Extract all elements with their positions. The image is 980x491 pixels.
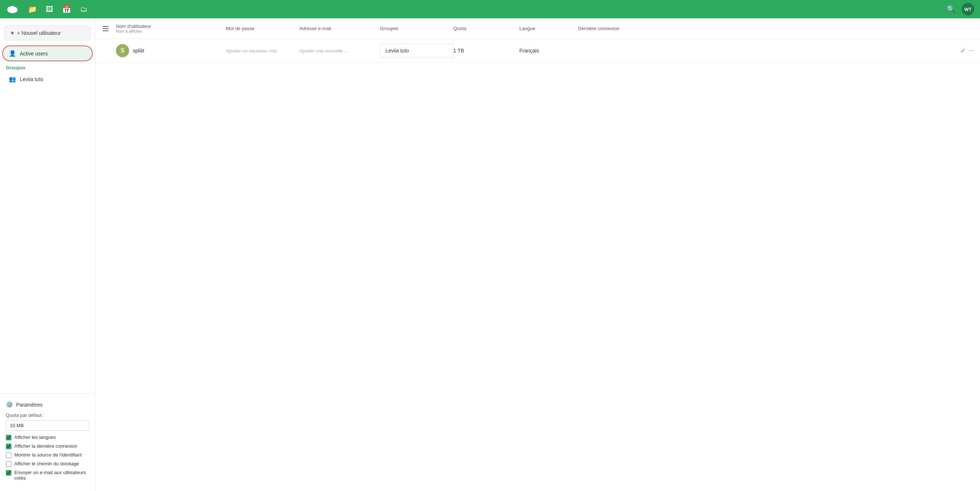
email-cell[interactable]: Ajouter une nouvelle ...	[299, 48, 380, 54]
person-icon: 👤	[9, 50, 16, 57]
topbar: 📁 🖼 📅 🗂 🔍 WT	[0, 0, 980, 18]
new-user-label: + Nouvel utilisateur	[17, 30, 60, 36]
more-options-icon[interactable]: ···	[969, 46, 974, 54]
deck-icon[interactable]: 🗂	[80, 5, 87, 14]
new-user-button[interactable]: + + Nouvel utilisateur	[5, 26, 91, 40]
groups-section-title: Groupes	[0, 61, 95, 73]
quota-default-label: Quota par défaut :	[6, 413, 89, 418]
sidebar-item-active-users[interactable]: 👤 Active users	[3, 46, 92, 61]
main-layout: + + Nouvel utilisateur 👤 Active users Gr…	[0, 18, 980, 491]
group-icon: 👥	[9, 76, 16, 83]
col-header-language: Langue	[519, 26, 578, 31]
topbar-right: 🔍 WT	[947, 3, 974, 15]
svg-point-3	[10, 6, 15, 10]
calendar-icon[interactable]: 📅	[62, 5, 71, 14]
search-icon[interactable]: 🔍	[947, 5, 956, 14]
password-cell[interactable]: Ajouter un nouveau mot	[226, 48, 299, 54]
checkbox-show-last-login[interactable]: Afficher la dernière connexion	[6, 443, 89, 449]
col-header-password: Mot de passe	[226, 26, 299, 31]
last-login-cell: ✓ ···	[578, 46, 974, 55]
col-header-groups: Groupes	[380, 26, 453, 31]
col-header-quota: Quota	[453, 26, 519, 31]
groups-cell[interactable]: Leviia tuto	[380, 44, 453, 57]
hamburger-menu[interactable]	[101, 25, 116, 33]
plus-icon: +	[11, 30, 14, 36]
sidebar: + + Nouvel utilisateur 👤 Active users Gr…	[0, 18, 95, 491]
topbar-left: 📁 🖼 📅 🗂	[6, 3, 87, 16]
files-icon[interactable]: 📁	[28, 5, 37, 14]
params-section: ⚙️ Paramètres Quota par défaut : Affiche…	[0, 398, 95, 486]
user-avatar[interactable]: WT	[962, 3, 974, 15]
col-header-last-login: Dernière connexion	[578, 26, 974, 31]
active-users-label: Active users	[20, 51, 48, 56]
groups-dropdown-item[interactable]: Leviia tuto	[380, 44, 453, 57]
gear-icon: ⚙️	[6, 401, 13, 408]
quota-default-input[interactable]	[6, 420, 89, 431]
checkbox-show-languages[interactable]: Afficher les langues	[6, 435, 89, 440]
col-header-username: Nom d'utilisateur Nom à afficher	[116, 24, 226, 33]
photos-icon[interactable]: 🖼	[46, 5, 53, 14]
group-label: Leviia tuto	[20, 77, 43, 82]
sidebar-bottom: ⚙️ Paramètres Quota par défaut : Affiche…	[0, 394, 95, 486]
confirm-icon[interactable]: ✓	[960, 46, 966, 55]
params-title: ⚙️ Paramètres	[6, 401, 89, 408]
user-cell: S spliiit	[116, 44, 226, 57]
cloud-logo[interactable]	[6, 3, 19, 16]
sidebar-item-leviia-tuto[interactable]: 👥 Leviia tuto	[0, 73, 95, 86]
quota-cell[interactable]: 1 TB	[453, 48, 519, 54]
content-area: Nom d'utilisateur Nom à afficher Mot de …	[95, 18, 980, 491]
col-header-email: Adresse e-mail	[299, 26, 380, 31]
table-row: S spliiit Ajouter un nouveau mot Ajouter…	[95, 39, 980, 62]
username-text: spliiit	[133, 48, 144, 54]
table-header: Nom d'utilisateur Nom à afficher Mot de …	[95, 18, 980, 39]
checkbox-send-email-new-users[interactable]: Envoyer un e-mail aux utilisateurs créés	[6, 470, 89, 481]
checkbox-show-storage-path[interactable]: Afficher le chemin du stockage	[6, 461, 89, 467]
avatar: S	[116, 44, 129, 57]
checkbox-show-identity-source[interactable]: Montrer la source de l'identifiant	[6, 452, 89, 458]
groups-dropdown[interactable]: Leviia tuto	[380, 44, 453, 57]
language-cell[interactable]: Français	[519, 48, 578, 54]
